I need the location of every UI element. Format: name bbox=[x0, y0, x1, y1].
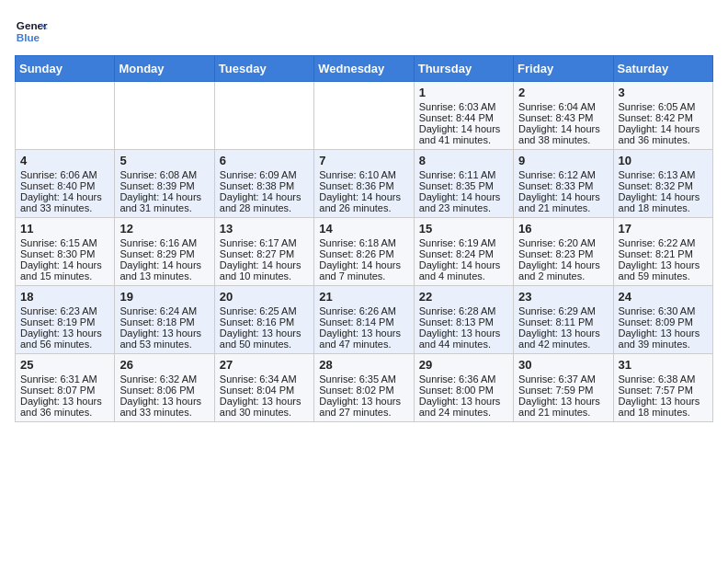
day-info: Daylight: 13 hours and 24 minutes. bbox=[419, 396, 508, 418]
day-info: Sunrise: 6:35 AM bbox=[319, 373, 408, 385]
day-info: Sunset: 8:44 PM bbox=[419, 112, 508, 123]
day-number: 9 bbox=[518, 154, 608, 167]
day-info: Daylight: 13 hours and 18 minutes. bbox=[619, 396, 708, 418]
day-info: Sunrise: 6:38 AM bbox=[619, 373, 708, 385]
day-info: Sunrise: 6:08 AM bbox=[119, 169, 209, 180]
day-number: 19 bbox=[119, 290, 209, 304]
day-number: 14 bbox=[319, 222, 408, 236]
day-info: Sunset: 8:00 PM bbox=[419, 385, 508, 396]
logo-icon: General Blue bbox=[15, 15, 48, 48]
day-info: Daylight: 14 hours and 41 minutes. bbox=[419, 123, 508, 145]
day-cell bbox=[115, 82, 214, 150]
day-number: 10 bbox=[619, 154, 708, 167]
day-number: 11 bbox=[20, 222, 109, 236]
day-number: 5 bbox=[119, 154, 209, 167]
weekday-header-thursday: Thursday bbox=[414, 56, 513, 82]
day-info: Sunrise: 6:06 AM bbox=[20, 169, 109, 180]
day-info: Sunrise: 6:16 AM bbox=[119, 237, 209, 248]
day-info: Sunrise: 6:22 AM bbox=[619, 237, 708, 248]
logo: General Blue bbox=[15, 15, 51, 48]
weekday-header-sunday: Sunday bbox=[16, 56, 115, 82]
day-cell: 25Sunrise: 6:31 AMSunset: 8:07 PMDayligh… bbox=[16, 354, 115, 422]
day-number: 23 bbox=[518, 290, 608, 304]
day-cell: 3Sunrise: 6:05 AMSunset: 8:42 PMDaylight… bbox=[613, 82, 712, 150]
day-info: Sunrise: 6:18 AM bbox=[319, 237, 408, 248]
day-info: Daylight: 14 hours and 21 minutes. bbox=[518, 191, 608, 213]
day-info: Daylight: 14 hours and 15 minutes. bbox=[20, 259, 109, 282]
day-info: Sunset: 8:02 PM bbox=[319, 385, 408, 396]
day-info: Daylight: 14 hours and 2 minutes. bbox=[518, 259, 608, 282]
day-info: Sunrise: 6:36 AM bbox=[419, 373, 508, 385]
day-cell: 17Sunrise: 6:22 AMSunset: 8:21 PMDayligh… bbox=[613, 218, 712, 286]
day-cell bbox=[16, 82, 115, 150]
week-row-5: 25Sunrise: 6:31 AMSunset: 8:07 PMDayligh… bbox=[16, 354, 713, 422]
day-number: 21 bbox=[319, 290, 408, 304]
day-cell: 29Sunrise: 6:36 AMSunset: 8:00 PMDayligh… bbox=[414, 354, 513, 422]
day-cell bbox=[314, 82, 414, 150]
day-info: Daylight: 13 hours and 36 minutes. bbox=[20, 396, 109, 418]
day-number: 24 bbox=[619, 290, 708, 304]
day-cell: 23Sunrise: 6:29 AMSunset: 8:11 PMDayligh… bbox=[514, 286, 613, 354]
day-number: 7 bbox=[319, 154, 408, 167]
day-info: Daylight: 13 hours and 27 minutes. bbox=[319, 396, 408, 418]
day-number: 4 bbox=[20, 154, 109, 167]
day-info: Sunset: 8:21 PM bbox=[619, 248, 708, 259]
day-info: Sunrise: 6:29 AM bbox=[518, 305, 608, 316]
weekday-header-row: SundayMondayTuesdayWednesdayThursdayFrid… bbox=[16, 56, 713, 82]
day-info: Sunrise: 6:32 AM bbox=[119, 373, 209, 385]
day-info: Sunset: 8:39 PM bbox=[119, 180, 209, 191]
day-info: Sunrise: 6:24 AM bbox=[119, 305, 209, 316]
day-cell: 20Sunrise: 6:25 AMSunset: 8:16 PMDayligh… bbox=[214, 286, 313, 354]
day-info: Daylight: 14 hours and 10 minutes. bbox=[220, 259, 309, 282]
day-info: Daylight: 13 hours and 53 minutes. bbox=[119, 327, 209, 350]
day-info: Daylight: 14 hours and 28 minutes. bbox=[220, 191, 309, 213]
day-info: Sunrise: 6:23 AM bbox=[20, 305, 109, 316]
day-info: Sunset: 8:36 PM bbox=[319, 180, 408, 191]
svg-text:Blue: Blue bbox=[17, 31, 40, 43]
day-cell: 1Sunrise: 6:03 AMSunset: 8:44 PMDaylight… bbox=[414, 82, 513, 150]
day-info: Daylight: 14 hours and 33 minutes. bbox=[20, 191, 109, 213]
weekday-header-wednesday: Wednesday bbox=[314, 56, 414, 82]
day-number: 27 bbox=[220, 358, 309, 372]
day-cell: 15Sunrise: 6:19 AMSunset: 8:24 PMDayligh… bbox=[414, 218, 513, 286]
day-number: 22 bbox=[419, 290, 508, 304]
day-number: 31 bbox=[619, 358, 708, 372]
day-info: Daylight: 14 hours and 7 minutes. bbox=[319, 259, 408, 282]
day-info: Daylight: 13 hours and 47 minutes. bbox=[319, 327, 408, 350]
day-cell: 5Sunrise: 6:08 AMSunset: 8:39 PMDaylight… bbox=[115, 150, 214, 218]
day-cell: 2Sunrise: 6:04 AMSunset: 8:43 PMDaylight… bbox=[514, 82, 613, 150]
day-info: Sunrise: 6:28 AM bbox=[419, 305, 508, 316]
day-cell: 26Sunrise: 6:32 AMSunset: 8:06 PMDayligh… bbox=[115, 354, 214, 422]
day-info: Sunset: 8:35 PM bbox=[419, 180, 508, 191]
day-info: Sunrise: 6:03 AM bbox=[419, 101, 508, 112]
day-info: Sunset: 8:11 PM bbox=[518, 316, 608, 327]
day-info: Sunset: 8:19 PM bbox=[20, 316, 109, 327]
day-number: 28 bbox=[319, 358, 408, 372]
day-number: 8 bbox=[419, 154, 508, 167]
day-info: Sunset: 8:42 PM bbox=[619, 112, 708, 123]
day-cell: 9Sunrise: 6:12 AMSunset: 8:33 PMDaylight… bbox=[514, 150, 613, 218]
day-info: Sunrise: 6:19 AM bbox=[419, 237, 508, 248]
day-cell: 28Sunrise: 6:35 AMSunset: 8:02 PMDayligh… bbox=[314, 354, 414, 422]
day-number: 30 bbox=[518, 358, 608, 372]
day-number: 1 bbox=[419, 86, 508, 99]
day-cell: 12Sunrise: 6:16 AMSunset: 8:29 PMDayligh… bbox=[115, 218, 214, 286]
day-info: Daylight: 13 hours and 56 minutes. bbox=[20, 327, 109, 350]
day-info: Daylight: 14 hours and 26 minutes. bbox=[319, 191, 408, 213]
day-number: 20 bbox=[220, 290, 309, 304]
day-cell: 22Sunrise: 6:28 AMSunset: 8:13 PMDayligh… bbox=[414, 286, 513, 354]
day-info: Daylight: 14 hours and 23 minutes. bbox=[419, 191, 508, 213]
day-info: Sunset: 8:24 PM bbox=[419, 248, 508, 259]
day-number: 13 bbox=[220, 222, 309, 236]
day-cell: 24Sunrise: 6:30 AMSunset: 8:09 PMDayligh… bbox=[613, 286, 712, 354]
weekday-header-tuesday: Tuesday bbox=[214, 56, 313, 82]
day-number: 25 bbox=[20, 358, 109, 372]
day-info: Sunset: 8:06 PM bbox=[119, 385, 209, 396]
day-info: Sunrise: 6:17 AM bbox=[220, 237, 309, 248]
day-number: 26 bbox=[119, 358, 209, 372]
day-info: Sunrise: 6:15 AM bbox=[20, 237, 109, 248]
day-cell: 19Sunrise: 6:24 AMSunset: 8:18 PMDayligh… bbox=[115, 286, 214, 354]
day-number: 18 bbox=[20, 290, 109, 304]
day-info: Sunset: 8:23 PM bbox=[518, 248, 608, 259]
day-cell: 7Sunrise: 6:10 AMSunset: 8:36 PMDaylight… bbox=[314, 150, 414, 218]
